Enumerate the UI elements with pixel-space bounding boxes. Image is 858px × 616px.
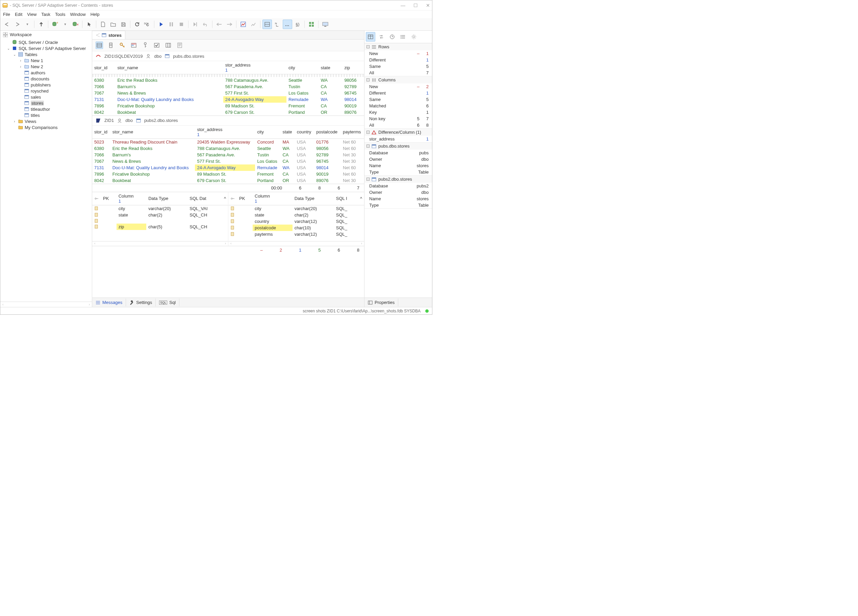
up-button[interactable] xyxy=(36,20,46,29)
tree-table-stores[interactable]: stores xyxy=(19,100,92,106)
open-folder-button[interactable] xyxy=(109,20,118,29)
column-header[interactable]: Data Type xyxy=(292,192,334,205)
table-row[interactable]: zipchar(5)SQL_CH xyxy=(92,223,228,230)
table-row[interactable] xyxy=(92,218,228,223)
grid-color-button[interactable] xyxy=(130,42,137,49)
table-row[interactable]: 7896Fricative Bookshop89 Madison St.Frem… xyxy=(92,171,364,177)
table-row[interactable]: statechar(2)SQL_ xyxy=(228,212,364,218)
schema-grid-2[interactable]: PKColumn1Data TypeSQL I^cityvarchar(20)S… xyxy=(228,192,364,237)
section-header[interactable]: -pubs2.dbo.stores xyxy=(364,175,432,183)
tab-messages[interactable]: Messages xyxy=(92,298,126,306)
column-header[interactable]: stor_name xyxy=(110,126,195,139)
table-row[interactable]: 8042Bookbeat679 Carson St.PortlandOR8907… xyxy=(92,109,364,115)
tree-table-authors[interactable]: authors xyxy=(19,70,92,76)
column-header[interactable]: state xyxy=(319,61,337,74)
new-file-button[interactable] xyxy=(98,20,108,29)
menu-help[interactable]: Help xyxy=(90,12,99,17)
chart-button[interactable] xyxy=(238,20,248,29)
tree-table-roysched[interactable]: roysched xyxy=(19,88,92,94)
split-horizontal-button[interactable] xyxy=(263,20,272,29)
section-header[interactable]: -pubs.dbo.stores xyxy=(364,143,432,150)
schema2-scrollbar[interactable]: ‹› xyxy=(228,241,364,246)
column-header[interactable]: stor_name xyxy=(115,61,223,74)
stop-button[interactable] xyxy=(177,20,186,29)
column-header[interactable]: city xyxy=(286,61,319,74)
pointer-button[interactable] xyxy=(84,20,94,29)
back-button[interactable] xyxy=(2,20,12,29)
pause-button[interactable] xyxy=(166,20,176,29)
schema-grid-1[interactable]: PKColumn1Data TypeSQL Dat^cityvarchar(20… xyxy=(92,192,228,230)
key2-button[interactable] xyxy=(141,42,149,49)
transfer-left-button[interactable] xyxy=(214,20,224,29)
column-header[interactable]: PK xyxy=(101,192,117,205)
monitor-button[interactable] xyxy=(320,20,330,29)
tree-tables[interactable]: ⌄ Tables xyxy=(12,51,92,57)
column-header[interactable]: Column1 xyxy=(253,192,292,205)
column-header[interactable]: city xyxy=(255,126,280,139)
more-button[interactable]: … xyxy=(283,20,292,29)
db-remove-button[interactable]: ✕ xyxy=(71,20,80,29)
trend-button[interactable] xyxy=(249,20,258,29)
column-header[interactable]: stor_address1 xyxy=(195,126,255,139)
forward-button[interactable] xyxy=(12,20,22,29)
forward-dropdown[interactable]: ▼ xyxy=(23,20,32,29)
table-columns-button[interactable] xyxy=(165,42,172,49)
menu-tools[interactable]: Tools xyxy=(55,12,65,17)
table-row[interactable]: statechar(2)SQL_CH xyxy=(92,212,228,218)
table-row[interactable]: paytermsvarchar(12)SQL_ xyxy=(228,231,364,237)
check-button[interactable] xyxy=(153,42,160,49)
tree-indent-button[interactable]: N xyxy=(273,20,282,29)
column-header[interactable]: Data Type xyxy=(146,192,188,205)
view-rows-button[interactable] xyxy=(96,42,103,49)
column-header[interactable]: state xyxy=(280,126,295,139)
workspace-scrollbar[interactable]: ‹› xyxy=(0,302,92,307)
section-header[interactable]: -Difference/Column (1) xyxy=(364,129,432,136)
column-header[interactable]: stor_id xyxy=(92,126,110,139)
column-header[interactable]: stor_address1 xyxy=(223,61,286,74)
table-row[interactable]: cityvarchar(20)SQL_VAI xyxy=(92,205,228,212)
table-row[interactable]: 7067News & Brews577 First St.Los GatosCA… xyxy=(92,90,364,96)
step-button[interactable] xyxy=(191,20,200,29)
table-row[interactable]: postalcodechar(10)SQL_ xyxy=(228,225,364,231)
table-row[interactable]: 7131Doc-U-Mat: Quality Laundry and Books… xyxy=(92,164,364,171)
refresh-button[interactable] xyxy=(132,20,142,29)
maximize-button[interactable]: ☐ xyxy=(413,3,418,8)
menu-edit[interactable]: Edit xyxy=(15,12,22,17)
schema1-scrollbar[interactable]: ‹› xyxy=(92,241,228,246)
table-row[interactable]: countryvarchar(12)SQL_ xyxy=(228,218,364,225)
table-row[interactable]: 7896Fricative Bookshop89 Madison St.Frem… xyxy=(92,103,364,109)
column-header[interactable]: Column1 xyxy=(117,192,146,205)
tree-table-titles[interactable]: titles xyxy=(19,112,92,118)
column-header[interactable]: SQL I xyxy=(334,192,358,205)
column-header[interactable]: payterms xyxy=(341,126,364,139)
column-header[interactable]: SQL Dat xyxy=(188,192,222,205)
menu-window[interactable]: Window xyxy=(70,12,85,17)
table-row[interactable]: cityvarchar(20)SQL_ xyxy=(228,205,364,212)
view-column-button[interactable] xyxy=(107,42,115,49)
play-button[interactable] xyxy=(156,20,166,29)
script-button[interactable] xyxy=(176,42,183,49)
table-row[interactable]: 7131Doc-U-Mat: Quality Laundry and Books… xyxy=(92,96,364,103)
grid4-button[interactable] xyxy=(307,20,316,29)
tree-mycomparisons[interactable]: My Comparisons xyxy=(12,124,92,130)
sql-refresh-button[interactable]: SQL xyxy=(143,20,152,29)
table-row[interactable]: 8042Bookbeat679 Carson St.PortlandORUSA8… xyxy=(92,177,364,184)
tab-properties[interactable]: Properties xyxy=(364,298,398,306)
menu-view[interactable]: View xyxy=(27,12,36,17)
column-header[interactable]: postalcode xyxy=(314,126,341,139)
tree-folder-new2[interactable]: ›New 2 xyxy=(19,64,92,70)
menu-task[interactable]: Task xyxy=(41,12,50,17)
section-header[interactable]: -Rows xyxy=(364,43,432,50)
section-button[interactable]: §⟩ xyxy=(293,20,302,29)
tab-sql[interactable]: SQL Sql xyxy=(156,298,179,306)
rp-transfer-button[interactable] xyxy=(377,32,386,42)
menu-file[interactable]: File xyxy=(3,12,10,17)
tab-stores[interactable]: stores xyxy=(92,31,125,39)
tree-folder-new1[interactable]: ›New 1 xyxy=(19,57,92,64)
tree-table-discounts[interactable]: discounts xyxy=(19,76,92,82)
workspace-tree[interactable]: SQL Server / Oracle ⌄ SQL Server / SAP A… xyxy=(0,39,92,302)
data-grid-source2[interactable]: stor_idstor_namestor_address1citystateco… xyxy=(92,126,364,184)
column-header[interactable]: country xyxy=(295,126,314,139)
data-grid-source1[interactable]: stor_idstor_namestor_address1citystatezi… xyxy=(92,61,364,115)
save-button[interactable] xyxy=(118,20,128,29)
